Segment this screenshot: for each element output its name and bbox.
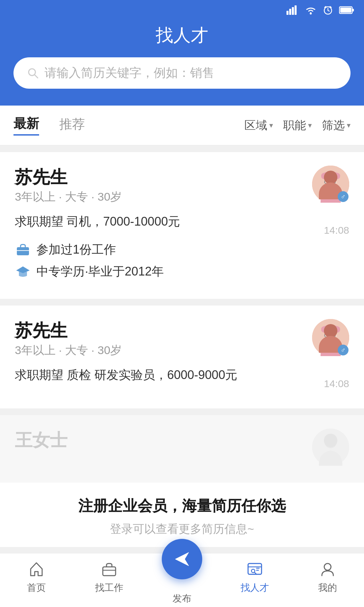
nav-find-job[interactable]: 找工作 bbox=[73, 560, 146, 594]
svg-point-23 bbox=[325, 329, 337, 341]
card-header-3: 王女士 bbox=[15, 429, 349, 466]
svg-rect-1 bbox=[289, 9, 291, 15]
wifi-icon bbox=[305, 5, 317, 15]
svg-rect-29 bbox=[103, 567, 116, 576]
header: 找人才 请输入简历关键字，例如：销售 bbox=[0, 20, 364, 106]
login-overlay: 注册企业会员，海量简历任你选 登录可以查看更多简历信息~ bbox=[0, 483, 364, 547]
svg-rect-3 bbox=[295, 5, 297, 15]
svg-rect-8 bbox=[340, 8, 352, 13]
gender-badge-1: ♂ bbox=[338, 191, 348, 202]
content-area: 苏先生 3年以上 · 大专 · 30岁 bbox=[0, 145, 364, 554]
svg-rect-15 bbox=[331, 180, 335, 183]
briefcase-nav-icon bbox=[100, 560, 119, 579]
svg-point-28 bbox=[325, 436, 337, 448]
talent-icon bbox=[245, 560, 264, 579]
search-icon bbox=[27, 67, 39, 79]
svg-point-38 bbox=[324, 563, 331, 570]
svg-point-4 bbox=[310, 12, 312, 15]
status-bar bbox=[0, 0, 364, 20]
chevron-down-icon: ▾ bbox=[347, 121, 351, 130]
candidate-card-2[interactable]: 苏先生 3年以上 · 大专 · 30岁 ♂ bbox=[0, 306, 364, 408]
svg-rect-7 bbox=[352, 9, 354, 11]
graduation-icon-1 bbox=[15, 264, 31, 280]
nav-profile[interactable]: 我的 bbox=[291, 560, 364, 594]
candidate-name-1: 苏先生 3年以上 · 大专 · 30岁 bbox=[15, 166, 122, 210]
education-row-1: 中专学历·毕业于2012年 bbox=[15, 263, 349, 280]
overlay-title: 注册企业会员，海量简历任你选 bbox=[15, 496, 349, 516]
nav-publish[interactable]: 发布 bbox=[146, 549, 218, 605]
avatar-1: ♂ bbox=[312, 166, 349, 203]
search-bar[interactable]: 请输入简历关键字，例如：销售 bbox=[13, 57, 351, 89]
tab-latest[interactable]: 最新 bbox=[13, 115, 39, 136]
card-header-2: 苏先生 3年以上 · 大专 · 30岁 ♂ bbox=[15, 319, 349, 364]
work-exp-row-1: 参加过1份工作 bbox=[15, 241, 349, 258]
candidate-card-1[interactable]: 苏先生 3年以上 · 大专 · 30岁 bbox=[0, 152, 364, 299]
page-title: 找人才 bbox=[13, 24, 351, 47]
svg-rect-25 bbox=[331, 334, 335, 337]
signal-icon bbox=[286, 5, 299, 15]
filter-screen[interactable]: 筛选 ▾ bbox=[322, 118, 351, 133]
send-icon bbox=[173, 550, 191, 569]
nav-find-talent[interactable]: 找人才 bbox=[218, 560, 291, 594]
svg-point-13 bbox=[325, 176, 337, 188]
tab-filter-bar: 最新 推荐 区域 ▾ 职能 ▾ 筛选 ▾ bbox=[0, 106, 364, 145]
svg-point-21 bbox=[321, 325, 340, 333]
svg-point-11 bbox=[321, 172, 340, 180]
chevron-down-icon: ▾ bbox=[308, 121, 312, 130]
battery-icon bbox=[339, 6, 354, 14]
tab-recommended[interactable]: 推荐 bbox=[59, 116, 85, 135]
candidate-card-3: 王女士 bbox=[0, 415, 364, 483]
briefcase-icon-1 bbox=[15, 242, 31, 258]
chevron-down-icon: ▾ bbox=[269, 121, 273, 130]
svg-rect-22 bbox=[321, 326, 340, 333]
svg-rect-17 bbox=[17, 247, 29, 255]
search-input-placeholder[interactable]: 请输入简历关键字，例如：销售 bbox=[44, 65, 214, 81]
fab-publish-button[interactable] bbox=[162, 539, 202, 579]
filter-function[interactable]: 职能 ▾ bbox=[283, 118, 312, 133]
work-exp-text-1: 参加过1份工作 bbox=[36, 241, 116, 258]
candidate-name-2: 苏先生 3年以上 · 大专 · 30岁 bbox=[15, 319, 122, 364]
svg-rect-12 bbox=[321, 173, 340, 179]
candidate-name-3: 王女士 bbox=[15, 429, 67, 452]
overlay-subtitle: 登录可以查看更多简历信息~ bbox=[15, 521, 349, 537]
svg-rect-0 bbox=[286, 11, 289, 15]
nav-home[interactable]: 首页 bbox=[0, 560, 73, 594]
svg-rect-2 bbox=[292, 7, 294, 15]
home-icon bbox=[27, 560, 46, 579]
filter-group: 区域 ▾ 职能 ▾ 筛选 ▾ bbox=[244, 118, 351, 133]
alarm-icon bbox=[323, 5, 333, 15]
avatar-2: ♂ bbox=[312, 319, 349, 356]
card-header-1: 苏先生 3年以上 · 大专 · 30岁 bbox=[15, 166, 349, 210]
filter-region[interactable]: 区域 ▾ bbox=[244, 118, 273, 133]
gender-badge-2: ♂ bbox=[338, 345, 348, 355]
profile-icon bbox=[318, 560, 337, 579]
bottom-nav: 首页 找工作 发布 bbox=[0, 553, 364, 607]
avatar-3 bbox=[312, 429, 349, 466]
education-text-1: 中专学历·毕业于2012年 bbox=[36, 263, 164, 280]
